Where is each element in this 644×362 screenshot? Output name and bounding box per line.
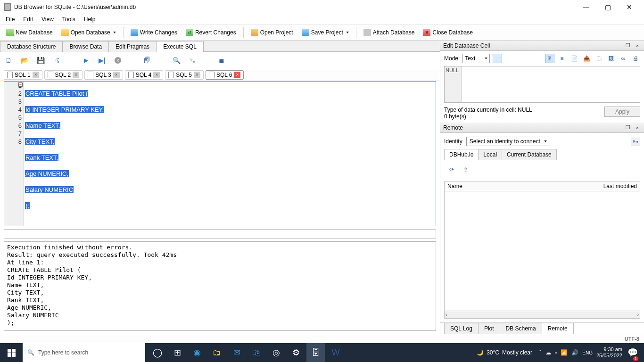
undock-icon[interactable]: ❐	[624, 42, 632, 49]
sql-tab-2[interactable]: SQL 2×	[44, 70, 83, 80]
volume-icon[interactable]: 🔊	[571, 349, 578, 356]
close-tab-icon[interactable]: ×	[113, 72, 120, 78]
execute-button[interactable]: ▶	[81, 56, 91, 65]
word-icon[interactable]: W	[326, 343, 345, 362]
mail-icon[interactable]: ✉	[227, 343, 246, 362]
tab-edit-pragmas[interactable]: Edit Pragmas	[108, 41, 157, 52]
clock[interactable]: 9:30 am 25/05/2022	[596, 346, 622, 359]
tab-db-schema[interactable]: DB Schema	[500, 323, 542, 334]
identity-select[interactable]: Select an identity to connect	[466, 137, 550, 146]
sql-tab-1[interactable]: SQL 1×	[4, 70, 42, 80]
tab-sql-log[interactable]: SQL Log	[444, 323, 479, 334]
link-icon[interactable]: ∞	[619, 54, 628, 63]
onedrive-icon[interactable]: ☁	[545, 349, 551, 356]
minimize-button[interactable]: ―	[575, 0, 597, 14]
remote-list[interactable]: Name Last modified ‹›	[444, 181, 640, 319]
explorer-icon[interactable]: 🗂	[207, 343, 226, 362]
print-cell-icon[interactable]: 🖨	[631, 54, 640, 63]
import-icon[interactable]: 📄	[570, 54, 579, 63]
sql-tab-5[interactable]: SQL 5×	[165, 70, 204, 80]
close-panel-icon[interactable]: ×	[634, 42, 641, 49]
save-results-button[interactable]: 🗐	[142, 56, 152, 65]
export-icon[interactable]: 📤	[582, 54, 591, 63]
menu-view[interactable]: View	[38, 15, 58, 24]
refresh-icon[interactable]: ⟳	[447, 165, 456, 174]
undock-icon[interactable]: ❐	[624, 124, 632, 132]
open-project-button[interactable]: Open Project	[248, 27, 297, 38]
code-area[interactable]: CREATE TABLE Pilot ( Id INTEGER PRIMARY …	[24, 82, 436, 226]
store-icon[interactable]: 🛍	[247, 343, 266, 362]
sql-tab-6[interactable]: SQL 6×	[206, 70, 244, 80]
task-view-button[interactable]: ⊞	[168, 343, 187, 362]
close-tab-icon[interactable]: ×	[73, 72, 79, 78]
settings-icon[interactable]: ⚙	[287, 343, 305, 362]
close-button[interactable]: ✕	[619, 0, 640, 14]
scrollbar[interactable]: ‹›	[445, 311, 640, 318]
open-sql-button[interactable]: 📂	[20, 56, 29, 65]
battery-icon[interactable]: ▫	[555, 349, 557, 356]
certificate-icon[interactable]: 🗝	[631, 137, 640, 146]
close-tab-icon[interactable]: ×	[33, 72, 39, 78]
chrome-icon[interactable]: ◎	[267, 343, 286, 362]
results-panel[interactable]	[4, 229, 436, 239]
remote-tab-dbhub[interactable]: DBHub.io	[444, 149, 479, 160]
tab-browse-data[interactable]: Browse Data	[62, 41, 109, 52]
start-button[interactable]	[0, 343, 23, 362]
upload-icon[interactable]: ⇪	[461, 165, 471, 174]
auto-format-button[interactable]	[493, 54, 502, 63]
image-icon[interactable]: 🖼	[606, 54, 616, 63]
save-sql-button[interactable]: 💾	[36, 56, 45, 65]
menu-help[interactable]: Help	[80, 15, 99, 24]
close-tab-icon[interactable]: ×	[194, 72, 200, 78]
remote-tab-current[interactable]: Current Database	[502, 149, 557, 160]
indent-button[interactable]: ≣	[217, 56, 226, 65]
null-icon[interactable]: ⬚	[594, 54, 603, 63]
print-button[interactable]: 🖨	[52, 56, 61, 65]
stop-button[interactable]: ×	[113, 56, 123, 65]
sqlite-browser-icon[interactable]: 🗄	[306, 343, 325, 362]
task-view-icon[interactable]: ◯	[148, 343, 167, 362]
menu-tools[interactable]: Tools	[58, 15, 79, 24]
sql-tab-3[interactable]: SQL 3×	[84, 70, 123, 80]
new-database-button[interactable]: New Database	[3, 27, 56, 38]
rtl-icon[interactable]: ≡	[557, 54, 567, 63]
save-project-button[interactable]: Save Project	[298, 27, 352, 38]
close-tab-icon[interactable]: ×	[234, 72, 240, 78]
open-database-button[interactable]: Open Database	[58, 27, 119, 38]
menu-file[interactable]: File	[2, 15, 18, 24]
sql-editor[interactable]: − 12345678 CREATE TABLE Pilot ( Id INTEG…	[4, 81, 436, 226]
execute-line-button[interactable]: ▶|	[97, 56, 107, 65]
tray-chevron-icon[interactable]: ˄	[539, 349, 542, 356]
new-tab-button[interactable]: 🗎	[4, 56, 13, 65]
tab-plot[interactable]: Plot	[478, 323, 500, 334]
mode-select[interactable]: Text	[462, 54, 490, 63]
maximize-button[interactable]: ▢	[597, 0, 619, 14]
language-icon[interactable]: ENG	[582, 350, 593, 355]
close-database-button[interactable]: Close Database	[420, 27, 476, 38]
menu-edit[interactable]: Edit	[19, 15, 37, 24]
text-mode-icon[interactable]: 🗎	[545, 54, 554, 63]
find-button[interactable]: 🔍	[172, 56, 181, 65]
weather-widget[interactable]: 🌙 30°C Mostly clear	[477, 349, 532, 356]
fold-icon[interactable]: −	[18, 82, 23, 87]
close-tab-icon[interactable]: ×	[153, 72, 160, 78]
tab-database-structure[interactable]: Database Structure	[0, 41, 63, 52]
tab-execute-sql[interactable]: Execute SQL	[156, 41, 204, 52]
cell-editor[interactable]: NULL	[444, 66, 640, 103]
wifi-icon[interactable]: 📶	[561, 349, 568, 356]
taskbar-search[interactable]: 🔍Type here to search	[23, 343, 145, 362]
notifications-icon[interactable]: 💬	[626, 343, 639, 362]
find-replace-button[interactable]: ᵇₐ	[188, 56, 197, 65]
edge-icon[interactable]: ◉	[188, 343, 206, 362]
execution-log[interactable]: Execution finished without errors. Resul…	[4, 241, 436, 331]
close-panel-icon[interactable]: ×	[634, 124, 641, 132]
attach-database-button[interactable]: Attach Database	[360, 27, 418, 38]
col-name[interactable]: Name	[445, 181, 601, 191]
sql-tab-4[interactable]: SQL 4×	[125, 70, 164, 80]
revert-changes-button[interactable]: Revert Changes	[182, 27, 239, 38]
col-last-modified[interactable]: Last modified	[601, 181, 640, 191]
remote-tab-local[interactable]: Local	[478, 149, 502, 160]
write-changes-button[interactable]: Write Changes	[127, 27, 181, 38]
tab-remote[interactable]: Remote	[542, 323, 574, 334]
apply-button[interactable]: Apply	[604, 107, 640, 117]
